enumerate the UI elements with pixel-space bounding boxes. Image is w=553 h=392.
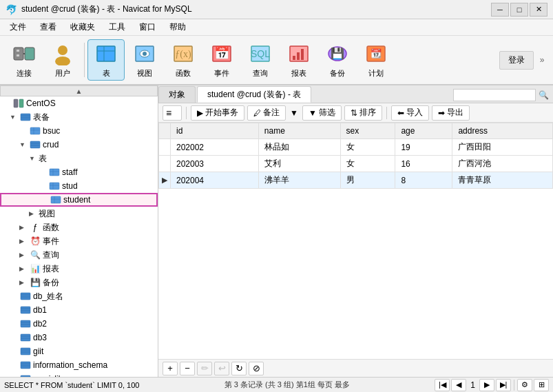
refresh-button[interactable]: ↻: [231, 362, 247, 375]
first-page-button[interactable]: |◀: [435, 379, 450, 391]
user-toolbar-button[interactable]: 用户: [44, 39, 81, 81]
tree-item-__[interactable]: ▶视图: [0, 207, 158, 220]
menu-item-文件[interactable]: 文件: [3, 20, 33, 34]
tree-item-CentOS[interactable]: CentOS: [0, 96, 158, 110]
close-button[interactable]: ✕: [530, 3, 547, 17]
clear-button[interactable]: ⊘: [249, 362, 264, 375]
status-navigation: |◀ ◀ 1 ▶ ▶| ⚙ ⊞: [435, 379, 549, 391]
tab-search-input[interactable]: [453, 89, 536, 101]
tree-item-giit[interactable]: giit: [0, 344, 158, 358]
svg-rect-47: [21, 293, 30, 300]
note-button[interactable]: 🖊 备注: [247, 105, 286, 121]
tab-student-table[interactable]: student @crud (装备) - 表: [197, 86, 311, 103]
tree-icon-9: ƒ: [29, 222, 41, 233]
svg-point-12: [143, 52, 147, 56]
report-toolbar-button[interactable]: 报表: [280, 39, 317, 81]
tree-arrow-11: ▶: [19, 251, 29, 258]
tree-item-stud[interactable]: stud: [0, 179, 158, 193]
tree-item-information_schema[interactable]: information_schema: [0, 358, 158, 372]
connect-toolbar-label: 连接: [17, 68, 32, 79]
tree-label-20: musiclibrary: [33, 374, 77, 377]
sidebar: ▲ CentOS▼表备bsuc▼crud▼表staffstudstudent▶视…: [0, 85, 158, 377]
tab-object[interactable]: 对象: [158, 86, 196, 103]
undo-button[interactable]: ↩: [214, 362, 229, 375]
schedule-toolbar-icon: 📆: [364, 42, 388, 65]
last-page-button[interactable]: ▶|: [496, 379, 511, 391]
menu-icon: ≡: [166, 107, 171, 118]
tree-item-musiclibrary[interactable]: musiclibrary: [0, 372, 158, 377]
tree-item-__[interactable]: ▶📊报表: [0, 262, 158, 276]
tree-item-db3[interactable]: db3: [0, 331, 158, 344]
status-left: SELECT * FROM `student` LIMIT 0, 100: [4, 381, 139, 389]
function-toolbar-button[interactable]: ƒ(x)函数: [165, 39, 202, 81]
table-row[interactable]: 202003艾利女16广西河池: [159, 156, 553, 172]
status-sql: SELECT * FROM `student` LIMIT 0, 100: [4, 381, 139, 389]
connect-toolbar-button[interactable]: 连接: [6, 39, 43, 81]
event-toolbar-button[interactable]: 📅事件: [203, 39, 240, 81]
login-button[interactable]: 登录: [499, 51, 534, 70]
menu-item-帮助[interactable]: 帮助: [163, 20, 193, 34]
export-button[interactable]: ➡ 导出: [432, 105, 470, 121]
tab-bar: 对象student @crud (装备) - 表 🔍: [158, 85, 553, 103]
next-page-button[interactable]: ▶: [479, 379, 494, 391]
svg-rect-35: [30, 141, 40, 148]
svg-rect-53: [21, 320, 30, 327]
tree-item-_[interactable]: ▼表: [0, 152, 158, 165]
tree-item-__[interactable]: ▼表备: [0, 110, 158, 124]
table-row[interactable]: ▶202004沸羊羊男8青青草原: [159, 172, 553, 189]
title-text: student @crud (装备) - 表 - Navicat for MyS…: [21, 3, 491, 15]
tree-icon-14: [19, 291, 32, 302]
menu-button[interactable]: ≡: [163, 105, 182, 121]
schedule-toolbar-label: 计划: [368, 68, 384, 79]
tree-item-__[interactable]: ▶ƒ函数: [0, 220, 158, 234]
tree-item-bsuc[interactable]: bsuc: [0, 124, 158, 138]
menu-item-查看[interactable]: 查看: [33, 20, 63, 34]
tree-item-crud[interactable]: ▼crud: [0, 138, 158, 152]
tab-search-area: 🔍: [449, 87, 553, 103]
tree-label-0: CentOS: [26, 99, 56, 108]
backup-toolbar-icon: 💾: [325, 42, 350, 65]
tree-item-__[interactable]: ▶💾备份: [0, 276, 158, 289]
tree-item-student[interactable]: student: [0, 193, 158, 207]
cell-name-2: 沸羊羊: [258, 172, 340, 189]
query-toolbar-button[interactable]: SQL查询: [242, 39, 279, 81]
tree-label-13: 备份: [43, 277, 59, 289]
settings-button[interactable]: ⚙: [517, 379, 532, 391]
tree-item-db1[interactable]: db1: [0, 303, 158, 317]
maximize-button[interactable]: □: [510, 3, 528, 17]
sidebar-scroll-up[interactable]: ▲: [0, 85, 158, 96]
prev-page-button[interactable]: ◀: [451, 379, 466, 391]
tree-item-__[interactable]: ▶🔍查询: [0, 248, 158, 262]
add-row-button[interactable]: +: [163, 362, 178, 375]
tree-label-16: db2: [33, 319, 47, 329]
tree-item-db___[interactable]: db_姓名: [0, 289, 158, 303]
minimize-button[interactable]: ─: [491, 3, 509, 17]
schedule-toolbar-button[interactable]: 📆计划: [357, 39, 395, 81]
filter-icon: ▼: [309, 108, 317, 118]
view-toolbar-button[interactable]: 视图: [126, 39, 163, 81]
tree-item-staff[interactable]: staff: [0, 165, 158, 179]
grid-view-button[interactable]: ⊞: [534, 379, 549, 391]
tree-item-__[interactable]: ▶⏰事件: [0, 234, 158, 248]
table-body: 202002林品如女19广西田阳202003艾利女16广西河池▶202004沸羊…: [159, 139, 553, 189]
begin-transaction-button[interactable]: ▶ 开始事务: [191, 105, 244, 121]
tree-label-12: 报表: [43, 263, 59, 275]
import-button[interactable]: ⬅ 导入: [391, 105, 429, 121]
delete-row-button[interactable]: −: [180, 362, 195, 375]
header-address: address: [452, 123, 553, 139]
table-row[interactable]: 202002林品如女19广西田阳: [159, 139, 553, 156]
tree-item-db2[interactable]: db2: [0, 317, 158, 331]
filter-button[interactable]: ▼ 筛选: [302, 105, 342, 121]
edit-row-button[interactable]: ✏: [197, 362, 212, 375]
search-icon: 🔍: [539, 90, 549, 100]
table-toolbar-button[interactable]: 表: [87, 39, 125, 81]
backup-toolbar-button[interactable]: 💾备份: [319, 39, 356, 81]
menu-item-工具[interactable]: 工具: [102, 20, 132, 34]
export-icon: ➡: [438, 108, 445, 118]
sort-button[interactable]: ⇅ 排序: [344, 105, 382, 121]
svg-rect-21: [297, 52, 300, 60]
svg-rect-59: [21, 348, 30, 355]
expand-toolbar-button[interactable]: »: [536, 43, 547, 77]
menu-item-窗口[interactable]: 窗口: [132, 20, 163, 34]
menu-item-收藏夹[interactable]: 收藏夹: [63, 20, 102, 34]
